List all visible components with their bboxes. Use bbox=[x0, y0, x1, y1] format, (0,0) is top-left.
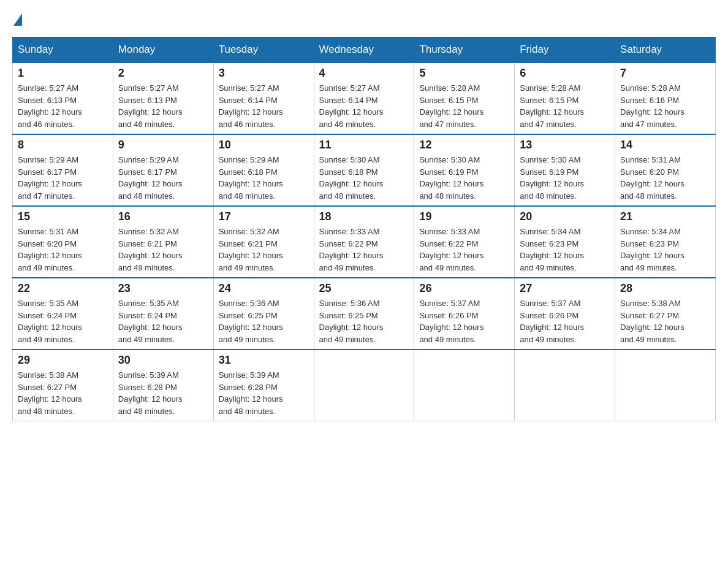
day-cell: 16Sunrise: 5:32 AMSunset: 6:21 PMDayligh… bbox=[113, 206, 213, 278]
day-cell: 9Sunrise: 5:29 AMSunset: 6:17 PMDaylight… bbox=[113, 134, 213, 206]
day-number: 31 bbox=[219, 354, 309, 367]
day-number: 18 bbox=[319, 210, 409, 223]
day-info: Sunrise: 5:28 AMSunset: 6:15 PMDaylight:… bbox=[419, 82, 509, 130]
day-cell: 3Sunrise: 5:27 AMSunset: 6:14 PMDaylight… bbox=[213, 63, 314, 134]
day-number: 14 bbox=[620, 139, 710, 151]
days-header-row: SundayMondayTuesdayWednesdayThursdayFrid… bbox=[13, 37, 716, 63]
day-header-friday: Friday bbox=[515, 37, 615, 63]
day-number: 9 bbox=[118, 139, 208, 151]
week-row-2: 8Sunrise: 5:29 AMSunset: 6:17 PMDaylight… bbox=[13, 134, 716, 206]
day-number: 28 bbox=[620, 282, 710, 295]
day-number: 4 bbox=[319, 67, 409, 80]
day-cell: 26Sunrise: 5:37 AMSunset: 6:26 PMDayligh… bbox=[414, 278, 515, 350]
day-cell: 2Sunrise: 5:27 AMSunset: 6:13 PMDaylight… bbox=[113, 63, 213, 134]
day-number: 12 bbox=[419, 139, 509, 151]
day-cell: 27Sunrise: 5:37 AMSunset: 6:26 PMDayligh… bbox=[515, 278, 615, 350]
day-cell bbox=[515, 350, 615, 421]
day-number: 8 bbox=[18, 139, 108, 151]
day-info: Sunrise: 5:29 AMSunset: 6:17 PMDaylight:… bbox=[118, 154, 208, 202]
day-info: Sunrise: 5:29 AMSunset: 6:17 PMDaylight:… bbox=[18, 154, 108, 202]
day-number: 7 bbox=[620, 67, 710, 80]
day-number: 17 bbox=[219, 210, 309, 223]
page-header bbox=[12, 12, 716, 25]
day-header-saturday: Saturday bbox=[615, 37, 716, 63]
day-cell: 14Sunrise: 5:31 AMSunset: 6:20 PMDayligh… bbox=[615, 134, 716, 206]
day-cell: 19Sunrise: 5:33 AMSunset: 6:22 PMDayligh… bbox=[414, 206, 515, 278]
day-number: 16 bbox=[118, 210, 208, 223]
day-info: Sunrise: 5:30 AMSunset: 6:19 PMDaylight:… bbox=[520, 154, 610, 202]
day-info: Sunrise: 5:34 AMSunset: 6:23 PMDaylight:… bbox=[520, 226, 610, 274]
day-header-thursday: Thursday bbox=[414, 37, 515, 63]
day-cell: 8Sunrise: 5:29 AMSunset: 6:17 PMDaylight… bbox=[13, 134, 113, 206]
day-number: 29 bbox=[18, 354, 108, 367]
calendar-table: SundayMondayTuesdayWednesdayThursdayFrid… bbox=[12, 37, 716, 421]
day-info: Sunrise: 5:27 AMSunset: 6:13 PMDaylight:… bbox=[118, 82, 208, 130]
day-info: Sunrise: 5:35 AMSunset: 6:24 PMDaylight:… bbox=[18, 297, 108, 345]
day-number: 24 bbox=[219, 282, 309, 295]
day-info: Sunrise: 5:27 AMSunset: 6:13 PMDaylight:… bbox=[18, 82, 108, 130]
day-info: Sunrise: 5:27 AMSunset: 6:14 PMDaylight:… bbox=[219, 82, 309, 130]
day-info: Sunrise: 5:36 AMSunset: 6:25 PMDaylight:… bbox=[319, 297, 409, 345]
day-info: Sunrise: 5:32 AMSunset: 6:21 PMDaylight:… bbox=[219, 226, 309, 274]
day-cell: 5Sunrise: 5:28 AMSunset: 6:15 PMDaylight… bbox=[414, 63, 515, 134]
day-info: Sunrise: 5:38 AMSunset: 6:27 PMDaylight:… bbox=[620, 297, 710, 345]
day-number: 5 bbox=[419, 67, 509, 80]
day-cell: 23Sunrise: 5:35 AMSunset: 6:24 PMDayligh… bbox=[113, 278, 213, 350]
day-info: Sunrise: 5:36 AMSunset: 6:25 PMDaylight:… bbox=[219, 297, 309, 345]
day-info: Sunrise: 5:33 AMSunset: 6:22 PMDaylight:… bbox=[319, 226, 409, 274]
day-cell: 7Sunrise: 5:28 AMSunset: 6:16 PMDaylight… bbox=[615, 63, 716, 134]
day-cell: 17Sunrise: 5:32 AMSunset: 6:21 PMDayligh… bbox=[213, 206, 314, 278]
day-cell: 21Sunrise: 5:34 AMSunset: 6:23 PMDayligh… bbox=[615, 206, 716, 278]
day-info: Sunrise: 5:30 AMSunset: 6:18 PMDaylight:… bbox=[319, 154, 409, 202]
week-row-3: 15Sunrise: 5:31 AMSunset: 6:20 PMDayligh… bbox=[13, 206, 716, 278]
day-cell: 1Sunrise: 5:27 AMSunset: 6:13 PMDaylight… bbox=[13, 63, 113, 134]
day-cell: 18Sunrise: 5:33 AMSunset: 6:22 PMDayligh… bbox=[314, 206, 414, 278]
week-row-4: 22Sunrise: 5:35 AMSunset: 6:24 PMDayligh… bbox=[13, 278, 716, 350]
day-number: 19 bbox=[419, 210, 509, 223]
day-info: Sunrise: 5:39 AMSunset: 6:28 PMDaylight:… bbox=[118, 369, 208, 417]
day-number: 6 bbox=[520, 67, 610, 80]
day-cell: 6Sunrise: 5:28 AMSunset: 6:15 PMDaylight… bbox=[515, 63, 615, 134]
day-cell bbox=[414, 350, 515, 421]
logo-triangle-icon bbox=[13, 13, 22, 26]
day-info: Sunrise: 5:35 AMSunset: 6:24 PMDaylight:… bbox=[118, 297, 208, 345]
day-cell: 22Sunrise: 5:35 AMSunset: 6:24 PMDayligh… bbox=[13, 278, 113, 350]
day-number: 15 bbox=[18, 210, 108, 223]
day-info: Sunrise: 5:31 AMSunset: 6:20 PMDaylight:… bbox=[18, 226, 108, 274]
logo bbox=[12, 12, 23, 25]
day-cell bbox=[314, 350, 414, 421]
day-cell: 30Sunrise: 5:39 AMSunset: 6:28 PMDayligh… bbox=[113, 350, 213, 421]
day-header-wednesday: Wednesday bbox=[314, 37, 414, 63]
day-number: 27 bbox=[520, 282, 610, 295]
day-info: Sunrise: 5:27 AMSunset: 6:14 PMDaylight:… bbox=[319, 82, 409, 130]
week-row-5: 29Sunrise: 5:38 AMSunset: 6:27 PMDayligh… bbox=[13, 350, 716, 421]
day-header-sunday: Sunday bbox=[13, 37, 113, 63]
day-info: Sunrise: 5:29 AMSunset: 6:18 PMDaylight:… bbox=[219, 154, 309, 202]
day-cell: 20Sunrise: 5:34 AMSunset: 6:23 PMDayligh… bbox=[515, 206, 615, 278]
day-number: 22 bbox=[18, 282, 108, 295]
day-cell: 29Sunrise: 5:38 AMSunset: 6:27 PMDayligh… bbox=[13, 350, 113, 421]
day-cell: 24Sunrise: 5:36 AMSunset: 6:25 PMDayligh… bbox=[213, 278, 314, 350]
day-cell: 28Sunrise: 5:38 AMSunset: 6:27 PMDayligh… bbox=[615, 278, 716, 350]
day-number: 1 bbox=[18, 67, 108, 80]
day-number: 30 bbox=[118, 354, 208, 367]
day-info: Sunrise: 5:34 AMSunset: 6:23 PMDaylight:… bbox=[620, 226, 710, 274]
day-cell: 10Sunrise: 5:29 AMSunset: 6:18 PMDayligh… bbox=[213, 134, 314, 206]
day-number: 13 bbox=[520, 139, 610, 151]
day-info: Sunrise: 5:38 AMSunset: 6:27 PMDaylight:… bbox=[18, 369, 108, 417]
day-cell: 15Sunrise: 5:31 AMSunset: 6:20 PMDayligh… bbox=[13, 206, 113, 278]
day-info: Sunrise: 5:33 AMSunset: 6:22 PMDaylight:… bbox=[419, 226, 509, 274]
day-info: Sunrise: 5:31 AMSunset: 6:20 PMDaylight:… bbox=[620, 154, 710, 202]
day-header-tuesday: Tuesday bbox=[213, 37, 314, 63]
day-number: 3 bbox=[219, 67, 309, 80]
day-header-monday: Monday bbox=[113, 37, 213, 63]
day-number: 11 bbox=[319, 139, 409, 151]
day-cell bbox=[615, 350, 716, 421]
day-cell: 25Sunrise: 5:36 AMSunset: 6:25 PMDayligh… bbox=[314, 278, 414, 350]
day-info: Sunrise: 5:30 AMSunset: 6:19 PMDaylight:… bbox=[419, 154, 509, 202]
day-cell: 11Sunrise: 5:30 AMSunset: 6:18 PMDayligh… bbox=[314, 134, 414, 206]
day-number: 25 bbox=[319, 282, 409, 295]
week-row-1: 1Sunrise: 5:27 AMSunset: 6:13 PMDaylight… bbox=[13, 63, 716, 134]
day-info: Sunrise: 5:28 AMSunset: 6:16 PMDaylight:… bbox=[620, 82, 710, 130]
day-number: 10 bbox=[219, 139, 309, 151]
